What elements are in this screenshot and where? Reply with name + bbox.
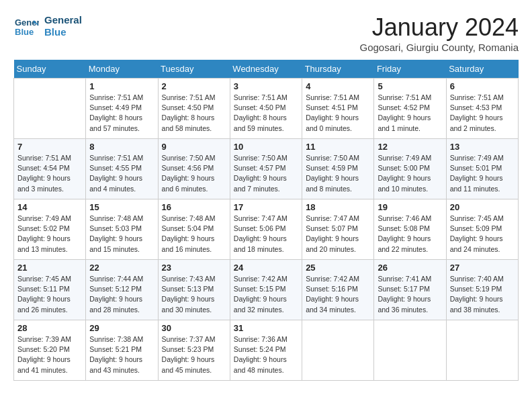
weekday-header-tuesday: Tuesday <box>158 60 230 79</box>
day-info: Sunrise: 7:51 AMSunset: 4:50 PMDaylight:… <box>234 93 298 134</box>
day-number: 30 <box>162 323 226 333</box>
calendar-cell: 22Sunrise: 7:44 AMSunset: 5:12 PMDayligh… <box>86 260 158 320</box>
day-info: Sunrise: 7:45 AMSunset: 5:09 PMDaylight:… <box>450 214 515 255</box>
day-info: Sunrise: 7:51 AMSunset: 4:49 PMDaylight:… <box>89 93 154 134</box>
day-number: 29 <box>89 323 154 333</box>
day-info: Sunrise: 7:48 AMSunset: 5:03 PMDaylight:… <box>89 214 154 255</box>
calendar-cell <box>14 79 86 139</box>
day-number: 19 <box>378 202 442 212</box>
day-number: 15 <box>89 202 154 212</box>
day-info: Sunrise: 7:38 AMSunset: 5:21 PMDaylight:… <box>89 334 154 375</box>
calendar-week-row: 14Sunrise: 7:49 AMSunset: 5:02 PMDayligh… <box>14 199 519 260</box>
day-number: 16 <box>162 202 226 212</box>
calendar-title: January 2024 <box>360 13 519 42</box>
day-number: 1 <box>89 81 154 91</box>
day-number: 4 <box>306 81 370 91</box>
weekday-header-monday: Monday <box>86 60 158 79</box>
calendar-cell: 14Sunrise: 7:49 AMSunset: 5:02 PMDayligh… <box>14 199 86 260</box>
logo-text-general: General <box>44 14 82 26</box>
weekday-header-saturday: Saturday <box>446 60 518 79</box>
calendar-cell: 1Sunrise: 7:51 AMSunset: 4:49 PMDaylight… <box>86 79 158 139</box>
calendar-cell: 28Sunrise: 7:39 AMSunset: 5:20 PMDayligh… <box>14 320 86 381</box>
day-info: Sunrise: 7:51 AMSunset: 4:52 PMDaylight:… <box>378 93 442 134</box>
day-info: Sunrise: 7:36 AMSunset: 5:24 PMDaylight:… <box>234 334 298 375</box>
day-info: Sunrise: 7:43 AMSunset: 5:13 PMDaylight:… <box>162 274 226 315</box>
day-number: 25 <box>306 263 370 273</box>
day-info: Sunrise: 7:44 AMSunset: 5:12 PMDaylight:… <box>89 274 154 315</box>
calendar-cell: 2Sunrise: 7:51 AMSunset: 4:50 PMDaylight… <box>158 79 230 139</box>
day-number: 3 <box>234 81 298 91</box>
calendar-cell: 25Sunrise: 7:42 AMSunset: 5:16 PMDayligh… <box>302 260 374 320</box>
day-number: 26 <box>378 263 442 273</box>
calendar-cell: 24Sunrise: 7:42 AMSunset: 5:15 PMDayligh… <box>230 260 302 320</box>
day-number: 31 <box>234 323 298 333</box>
calendar-cell <box>374 320 446 381</box>
day-info: Sunrise: 7:51 AMSunset: 4:53 PMDaylight:… <box>450 93 515 134</box>
day-info: Sunrise: 7:50 AMSunset: 4:56 PMDaylight:… <box>162 153 226 194</box>
day-number: 2 <box>162 81 226 91</box>
day-info: Sunrise: 7:48 AMSunset: 5:04 PMDaylight:… <box>162 214 226 255</box>
day-info: Sunrise: 7:51 AMSunset: 4:55 PMDaylight:… <box>89 153 154 194</box>
weekday-header-friday: Friday <box>374 60 446 79</box>
day-number: 17 <box>234 202 298 212</box>
day-info: Sunrise: 7:37 AMSunset: 5:23 PMDaylight:… <box>162 334 226 375</box>
day-info: Sunrise: 7:49 AMSunset: 5:01 PMDaylight:… <box>450 153 515 194</box>
calendar-week-row: 7Sunrise: 7:51 AMSunset: 4:54 PMDaylight… <box>14 139 519 199</box>
calendar-cell: 9Sunrise: 7:50 AMSunset: 4:56 PMDaylight… <box>158 139 230 199</box>
day-info: Sunrise: 7:47 AMSunset: 5:07 PMDaylight:… <box>306 214 370 255</box>
calendar-cell: 8Sunrise: 7:51 AMSunset: 4:55 PMDaylight… <box>86 139 158 199</box>
day-info: Sunrise: 7:41 AMSunset: 5:17 PMDaylight:… <box>378 274 442 315</box>
day-number: 12 <box>378 142 442 152</box>
day-info: Sunrise: 7:50 AMSunset: 4:57 PMDaylight:… <box>234 153 298 194</box>
calendar-cell: 16Sunrise: 7:48 AMSunset: 5:04 PMDayligh… <box>158 199 230 260</box>
calendar-cell: 5Sunrise: 7:51 AMSunset: 4:52 PMDaylight… <box>374 79 446 139</box>
calendar-subtitle: Gogosari, Giurgiu County, Romania <box>360 42 519 53</box>
calendar-cell: 13Sunrise: 7:49 AMSunset: 5:01 PMDayligh… <box>446 139 518 199</box>
calendar-cell: 12Sunrise: 7:49 AMSunset: 5:00 PMDayligh… <box>374 139 446 199</box>
day-number: 11 <box>306 142 370 152</box>
day-number: 13 <box>450 142 515 152</box>
day-info: Sunrise: 7:51 AMSunset: 4:50 PMDaylight:… <box>162 93 226 134</box>
calendar-cell: 23Sunrise: 7:43 AMSunset: 5:13 PMDayligh… <box>158 260 230 320</box>
day-number: 22 <box>89 263 154 273</box>
day-number: 7 <box>17 142 82 152</box>
day-number: 23 <box>162 263 226 273</box>
calendar-week-row: 1Sunrise: 7:51 AMSunset: 4:49 PMDaylight… <box>14 79 519 139</box>
calendar-cell: 20Sunrise: 7:45 AMSunset: 5:09 PMDayligh… <box>446 199 518 260</box>
day-info: Sunrise: 7:51 AMSunset: 4:51 PMDaylight:… <box>306 93 370 134</box>
calendar-table: SundayMondayTuesdayWednesdayThursdayFrid… <box>13 60 519 381</box>
calendar-cell: 29Sunrise: 7:38 AMSunset: 5:21 PMDayligh… <box>86 320 158 381</box>
calendar-cell: 31Sunrise: 7:36 AMSunset: 5:24 PMDayligh… <box>230 320 302 381</box>
day-number: 24 <box>234 263 298 273</box>
day-info: Sunrise: 7:45 AMSunset: 5:11 PMDaylight:… <box>17 274 82 315</box>
logo-icon: General Blue <box>13 13 39 39</box>
day-info: Sunrise: 7:39 AMSunset: 5:20 PMDaylight:… <box>17 334 82 375</box>
day-info: Sunrise: 7:49 AMSunset: 5:02 PMDaylight:… <box>17 214 82 255</box>
calendar-cell: 11Sunrise: 7:50 AMSunset: 4:59 PMDayligh… <box>302 139 374 199</box>
calendar-cell: 3Sunrise: 7:51 AMSunset: 4:50 PMDaylight… <box>230 79 302 139</box>
day-number: 9 <box>162 142 226 152</box>
calendar-cell <box>446 320 518 381</box>
day-number: 8 <box>89 142 154 152</box>
svg-text:Blue: Blue <box>15 27 34 37</box>
day-info: Sunrise: 7:42 AMSunset: 5:15 PMDaylight:… <box>234 274 298 315</box>
logo-text-blue: Blue <box>44 26 82 38</box>
calendar-cell: 30Sunrise: 7:37 AMSunset: 5:23 PMDayligh… <box>158 320 230 381</box>
calendar-cell: 4Sunrise: 7:51 AMSunset: 4:51 PMDaylight… <box>302 79 374 139</box>
day-info: Sunrise: 7:49 AMSunset: 5:00 PMDaylight:… <box>378 153 442 194</box>
weekday-header-wednesday: Wednesday <box>230 60 302 79</box>
day-number: 27 <box>450 263 515 273</box>
calendar-cell: 21Sunrise: 7:45 AMSunset: 5:11 PMDayligh… <box>14 260 86 320</box>
calendar-cell: 27Sunrise: 7:40 AMSunset: 5:19 PMDayligh… <box>446 260 518 320</box>
calendar-cell: 18Sunrise: 7:47 AMSunset: 5:07 PMDayligh… <box>302 199 374 260</box>
day-info: Sunrise: 7:50 AMSunset: 4:59 PMDaylight:… <box>306 153 370 194</box>
day-info: Sunrise: 7:40 AMSunset: 5:19 PMDaylight:… <box>450 274 515 315</box>
logo: General Blue General Blue <box>13 13 82 39</box>
day-info: Sunrise: 7:51 AMSunset: 4:54 PMDaylight:… <box>17 153 82 194</box>
day-number: 20 <box>450 202 515 212</box>
weekday-header-sunday: Sunday <box>14 60 86 79</box>
day-info: Sunrise: 7:47 AMSunset: 5:06 PMDaylight:… <box>234 214 298 255</box>
day-number: 6 <box>450 81 515 91</box>
page-header: General Blue General Blue January 2024 G… <box>13 13 519 53</box>
calendar-week-row: 28Sunrise: 7:39 AMSunset: 5:20 PMDayligh… <box>14 320 519 381</box>
